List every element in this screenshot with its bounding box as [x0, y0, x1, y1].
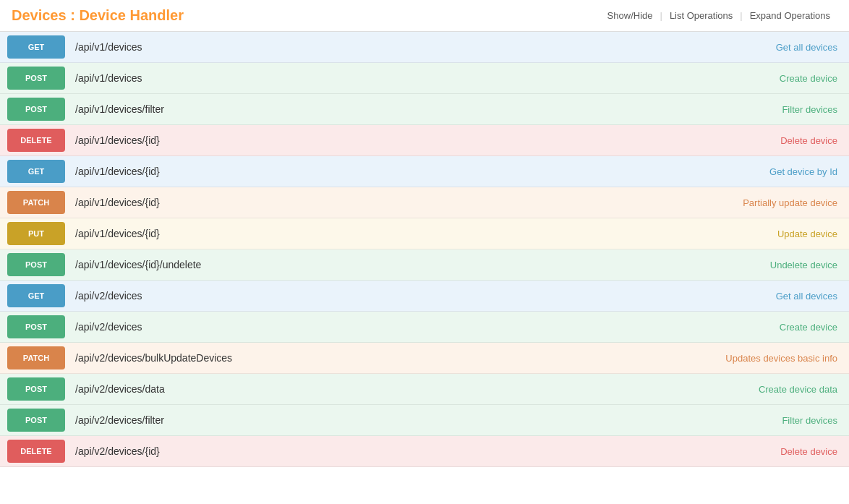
operation-description: Delete device [780, 446, 849, 457]
table-row[interactable]: PATCH/api/v2/devices/bulkUpdateDevicesUp… [0, 343, 849, 374]
title-separator: : [70, 7, 79, 23]
method-badge: POST [7, 67, 65, 90]
operation-description: Updates devices basic info [725, 353, 849, 364]
operation-description: Create device [780, 322, 849, 333]
operation-description: Get all devices [776, 42, 849, 53]
table-row[interactable]: DELETE/api/v2/devices/{id}Delete device [0, 436, 849, 467]
table-row[interactable]: GET/api/v2/devicesGet all devices [0, 281, 849, 312]
operation-description: Get device by Id [769, 166, 849, 177]
method-badge: PATCH [7, 346, 65, 370]
operation-description: Update device [777, 228, 849, 239]
operation-path: /api/v1/devices/{id} [72, 134, 780, 146]
operation-path: /api/v2/devices/filter [72, 414, 782, 426]
table-row[interactable]: PATCH/api/v1/devices/{id}Partially updat… [0, 187, 849, 218]
method-badge: DELETE [7, 440, 65, 463]
table-row[interactable]: DELETE/api/v1/devices/{id}Delete device [0, 125, 849, 156]
operation-path: /api/v2/devices/data [72, 383, 759, 395]
method-badge: PUT [7, 222, 65, 245]
title-subtitle: Device Handler [79, 7, 184, 23]
table-row[interactable]: POST/api/v2/devicesCreate device [0, 312, 849, 343]
operation-path: /api/v1/devices/{id} [72, 197, 743, 208]
table-row[interactable]: POST/api/v1/devices/filterFilter devices [0, 94, 849, 125]
method-badge: DELETE [7, 129, 65, 152]
header: Devices : Device Handler Show/Hide | Lis… [0, 0, 849, 32]
table-row[interactable]: POST/api/v2/devices/dataCreate device da… [0, 374, 849, 405]
header-actions: Show/Hide | List Operations | Expand Ope… [600, 10, 837, 21]
operation-path: /api/v1/devices/{id} [72, 228, 777, 239]
table-row[interactable]: POST/api/v1/devicesCreate device [0, 63, 849, 94]
table-row[interactable]: GET/api/v1/devicesGet all devices [0, 32, 849, 63]
operation-description: Undelete device [770, 260, 849, 270]
method-badge: GET [7, 160, 65, 183]
method-badge: GET [7, 35, 65, 59]
operation-description: Filter devices [782, 415, 849, 426]
operation-path: /api/v1/devices/{id} [72, 166, 769, 177]
operations-list: GET/api/v1/devicesGet all devicesPOST/ap… [0, 32, 849, 467]
operation-path: /api/v2/devices [72, 290, 776, 302]
method-badge: GET [7, 284, 65, 307]
operation-description: Create device [780, 73, 849, 84]
table-row[interactable]: GET/api/v1/devices/{id}Get device by Id [0, 156, 849, 187]
method-badge: POST [7, 253, 65, 276]
operation-path: /api/v2/devices/{id} [72, 445, 780, 457]
operation-description: Partially update device [743, 197, 849, 208]
method-badge: PATCH [7, 191, 65, 214]
method-badge: POST [7, 409, 65, 432]
page-title: Devices : Device Handler [12, 7, 184, 24]
show-hide-action[interactable]: Show/Hide [600, 10, 660, 21]
title-main: Devices [12, 7, 67, 23]
operation-description: Create device data [759, 384, 849, 395]
operation-path: /api/v1/devices/filter [72, 103, 782, 115]
list-operations-action[interactable]: List Operations [662, 10, 740, 21]
method-badge: POST [7, 315, 65, 338]
operation-path: /api/v1/devices/{id}/undelete [72, 259, 770, 270]
operation-path: /api/v2/devices/bulkUpdateDevices [72, 352, 725, 364]
page-container: Devices : Device Handler Show/Hide | Lis… [0, 0, 849, 504]
table-row[interactable]: POST/api/v1/devices/{id}/undeleteUndelet… [0, 249, 849, 281]
method-badge: POST [7, 377, 65, 401]
operation-path: /api/v1/devices [72, 72, 780, 84]
method-badge: POST [7, 98, 65, 121]
expand-operations-action[interactable]: Expand Operations [743, 10, 837, 21]
operation-description: Get all devices [776, 291, 849, 302]
operation-path: /api/v2/devices [72, 321, 780, 333]
table-row[interactable]: POST/api/v2/devices/filterFilter devices [0, 405, 849, 436]
table-row[interactable]: PUT/api/v1/devices/{id}Update device [0, 218, 849, 249]
operation-path: /api/v1/devices [72, 41, 776, 53]
operation-description: Filter devices [782, 104, 849, 115]
operation-description: Delete device [780, 135, 849, 146]
